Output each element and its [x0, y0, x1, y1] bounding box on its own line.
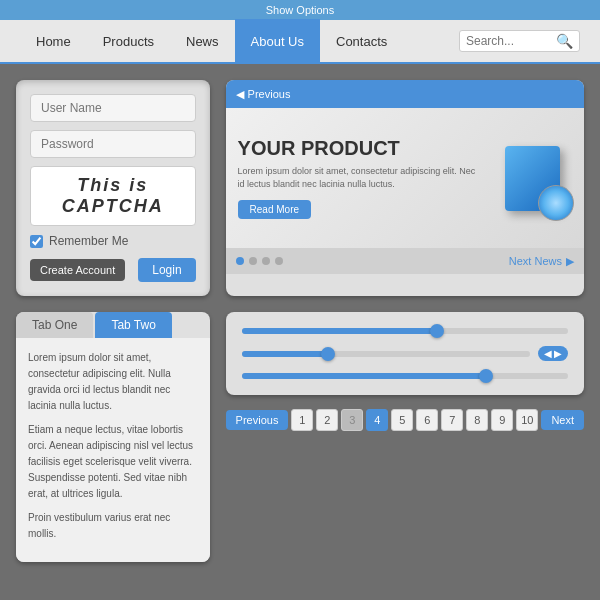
password-input[interactable] [30, 130, 196, 158]
tab-content-p3: Proin vestibulum varius erat nec mollis. [28, 510, 198, 542]
slider-dots [236, 257, 283, 265]
dot-1[interactable] [236, 257, 244, 265]
tabs-body: Lorem ipsum dolor sit amet, consectetur … [16, 338, 210, 562]
arrow-left-icon[interactable]: ◀ [544, 348, 552, 359]
arrow-right-icon[interactable]: ▶ [554, 348, 562, 359]
prev-page-button[interactable]: Previous [226, 410, 289, 430]
page-6[interactable]: 6 [416, 409, 438, 431]
search-icon[interactable]: 🔍 [556, 33, 573, 49]
captcha-text: This is CAPTCHA [62, 175, 164, 216]
page-2[interactable]: 2 [316, 409, 338, 431]
top-bar: Show Options [0, 0, 600, 20]
range-fill-3 [242, 373, 487, 379]
page-3[interactable]: 3 [341, 409, 363, 431]
remember-checkbox[interactable] [30, 235, 43, 248]
range-thumb-3[interactable] [479, 369, 493, 383]
next-page-button[interactable]: Next [541, 410, 584, 430]
dot-3[interactable] [262, 257, 270, 265]
search-input[interactable] [466, 34, 556, 48]
page-9[interactable]: 9 [491, 409, 513, 431]
tab-content-p1: Lorem ipsum dolor sit amet, consectetur … [28, 350, 198, 414]
product-disc [538, 185, 574, 221]
tab-two[interactable]: Tab Two [95, 312, 171, 338]
sliders-widget: ◀ ▶ [226, 312, 584, 395]
prev-label: Previous [248, 88, 291, 100]
slider-image [492, 146, 572, 211]
product-slider: ◀ Previous YOUR PRODUCT Lorem ipsum dolo… [226, 80, 584, 296]
range-arrows[interactable]: ◀ ▶ [538, 346, 568, 361]
nav-item-news[interactable]: News [170, 19, 235, 63]
range-track-3[interactable] [242, 373, 568, 379]
nav-item-home[interactable]: Home [20, 19, 87, 63]
next-arrow-icon: ▶ [566, 255, 574, 268]
remember-label: Remember Me [49, 234, 128, 248]
dot-2[interactable] [249, 257, 257, 265]
slider-desc: Lorem ipsum dolor sit amet, consectetur … [238, 165, 482, 190]
prev-arrow-icon: ◀ [236, 88, 244, 101]
page-4[interactable]: 4 [366, 409, 388, 431]
page-1[interactable]: 1 [291, 409, 313, 431]
slider-text: YOUR PRODUCT Lorem ipsum dolor sit amet,… [238, 137, 482, 218]
page-7[interactable]: 7 [441, 409, 463, 431]
slider-next-button[interactable]: Next News ▶ [509, 255, 574, 268]
product-box [505, 146, 560, 211]
slider-prev-button[interactable]: ◀ Previous [236, 88, 291, 101]
range-row-2: ◀ ▶ [242, 346, 568, 361]
range-fill-1 [242, 328, 438, 334]
range-row-3 [242, 373, 568, 379]
page-10[interactable]: 10 [516, 409, 538, 431]
create-account-button[interactable]: Create Account [30, 259, 125, 281]
read-more-button[interactable]: Read More [238, 200, 311, 219]
login-button[interactable]: Login [138, 258, 195, 282]
pagination-bar: Previous 1 2 3 4 5 6 7 8 9 10 Next [226, 405, 584, 435]
nav-bar: Home Products News About Us Contacts 🔍 [0, 20, 600, 64]
nav-item-contacts[interactable]: Contacts [320, 19, 403, 63]
range-track-2[interactable] [242, 351, 530, 357]
login-widget: This is CAPTCHA Remember Me Create Accou… [16, 80, 210, 296]
main-content: This is CAPTCHA Remember Me Create Accou… [0, 64, 600, 578]
captcha-box: This is CAPTCHA [30, 166, 196, 226]
range-fill-2 [242, 351, 329, 357]
remember-row: Remember Me [30, 234, 196, 248]
slider-body: YOUR PRODUCT Lorem ipsum dolor sit amet,… [226, 108, 584, 248]
page-5[interactable]: 5 [391, 409, 413, 431]
range-row-1 [242, 328, 568, 334]
nav-item-products[interactable]: Products [87, 19, 170, 63]
tab-content-p2: Etiam a neque lectus, vitae lobortis orc… [28, 422, 198, 502]
dot-4[interactable] [275, 257, 283, 265]
page-8[interactable]: 8 [466, 409, 488, 431]
tabs-header: Tab One Tab Two [16, 312, 210, 338]
login-footer: Create Account Login [30, 258, 196, 282]
show-options-label[interactable]: Show Options [266, 4, 334, 16]
tabs-widget: Tab One Tab Two Lorem ipsum dolor sit am… [16, 312, 210, 562]
nav-item-about[interactable]: About Us [235, 19, 320, 63]
tab-one[interactable]: Tab One [16, 312, 93, 338]
range-thumb-1[interactable] [430, 324, 444, 338]
slider-footer: Next News ▶ [226, 248, 584, 274]
range-track-1[interactable] [242, 328, 568, 334]
range-thumb-2[interactable] [321, 347, 335, 361]
slider-header: ◀ Previous [226, 80, 584, 108]
slider-title: YOUR PRODUCT [238, 137, 482, 159]
next-label: Next News [509, 255, 562, 267]
search-bar[interactable]: 🔍 [459, 30, 580, 52]
username-input[interactable] [30, 94, 196, 122]
